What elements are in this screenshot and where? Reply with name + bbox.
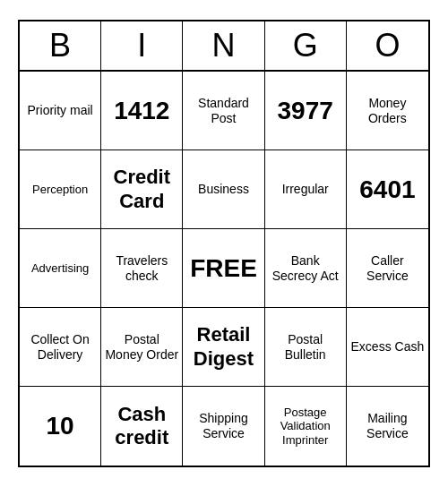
bingo-cell-6: Credit Card (101, 150, 183, 229)
bingo-cell-0: Priority mail (20, 72, 101, 150)
bingo-cell-21: Cash credit (101, 387, 183, 466)
header-letter-i: I (101, 21, 183, 70)
bingo-cell-22: Shipping Service (183, 387, 264, 466)
header-letter-g: G (265, 21, 347, 70)
header-letter-o: O (347, 21, 428, 70)
bingo-card: BINGO Priority mail1412Standard Post3977… (18, 20, 430, 467)
bingo-cell-18: Postal Bulletin (265, 308, 347, 387)
bingo-cell-12: FREE (183, 229, 264, 308)
bingo-cell-24: Mailing Service (347, 387, 428, 466)
bingo-cell-5: Perception (20, 150, 101, 229)
header-letter-b: B (20, 21, 101, 70)
bingo-header: BINGO (20, 21, 428, 72)
bingo-cell-16: Postal Money Order (101, 308, 183, 387)
bingo-cell-7: Business (183, 150, 264, 229)
bingo-cell-3: 3977 (265, 72, 347, 150)
bingo-cell-9: 6401 (347, 150, 428, 229)
bingo-cell-19: Excess Cash (347, 308, 428, 387)
bingo-cell-10: Advertising (20, 229, 101, 308)
bingo-cell-4: Money Orders (347, 72, 428, 150)
bingo-cell-15: Collect On Delivery (20, 308, 101, 387)
bingo-cell-20: 10 (20, 387, 101, 466)
bingo-cell-8: Irregular (265, 150, 347, 229)
bingo-cell-1: 1412 (101, 72, 183, 150)
bingo-cell-23: Postage Validation Imprinter (265, 387, 347, 466)
header-letter-n: N (183, 21, 264, 70)
bingo-grid: Priority mail1412Standard Post3977Money … (20, 72, 428, 466)
bingo-cell-2: Standard Post (183, 72, 264, 150)
bingo-cell-11: Travelers check (101, 229, 183, 308)
bingo-cell-14: Caller Service (347, 229, 428, 308)
bingo-cell-13: Bank Secrecy Act (265, 229, 347, 308)
bingo-cell-17: Retail Digest (183, 308, 264, 387)
